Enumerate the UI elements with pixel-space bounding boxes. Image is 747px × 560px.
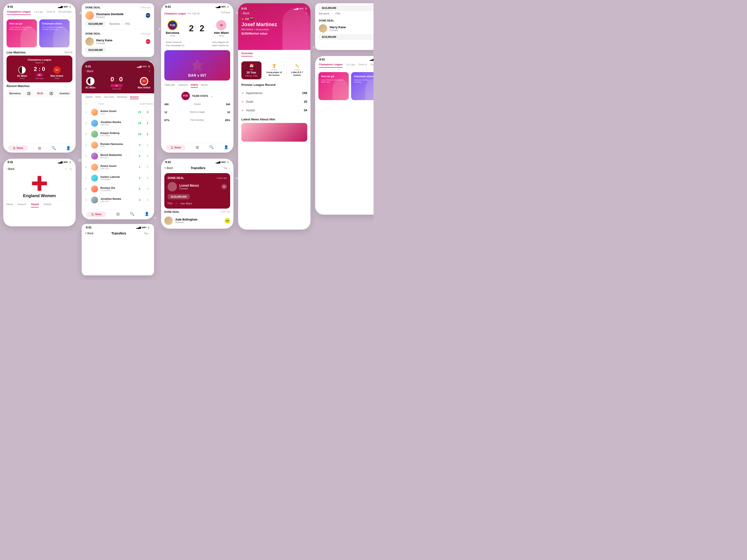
scorer-row-4[interactable]: 4 Romain Hamouma PSG 3 0 xyxy=(82,140,154,151)
live-away-name: Man United xyxy=(45,75,69,77)
col-player: Player xyxy=(96,103,139,105)
nav-home-3[interactable]: 🏠 Home xyxy=(86,212,106,217)
nav-search[interactable]: 🔍 xyxy=(51,146,56,150)
nav-home[interactable]: 🏠 Home xyxy=(8,145,28,151)
tab-la-liga-10[interactable]: La Liga xyxy=(346,63,355,68)
tab-cl-10[interactable]: Champions League xyxy=(319,63,342,68)
deal-messi-header: DONE DEAL 2 days ago xyxy=(168,177,227,180)
news-cards-1: Here we go! Lionel Messi to join MLS in … xyxy=(3,17,76,50)
nav-search-4[interactable]: 🔍 xyxy=(209,145,214,150)
news-card-griezmann[interactable]: Griezmann shines with unmatched brillian… xyxy=(39,19,70,47)
deal-messi-main: DONE DEAL 2 days ago Lionel Messi Forwar… xyxy=(164,173,230,209)
ew-tab-squad[interactable]: Squad xyxy=(31,203,39,208)
pp-back-btn[interactable]: ‹ Back xyxy=(241,12,249,15)
scorer-info-2: Jonathan Bamba Lille OSC xyxy=(100,121,134,126)
tab-news[interactable]: News xyxy=(96,96,101,99)
scorers-share-icon[interactable]: ↑ xyxy=(149,69,150,73)
deal-kane-transfer: $115,000,000 xyxy=(85,48,150,53)
transfer-back-7[interactable]: < Back xyxy=(164,166,173,170)
home-nav-btn[interactable]: 🏠 Home xyxy=(8,145,28,151)
stat-passes-labels: 490 Passes 540 xyxy=(164,103,230,106)
ew-back-btn[interactable]: ‹ Back xyxy=(6,167,15,170)
news-body-griezmann-10: brilliance, scoring a stunning... xyxy=(354,79,374,83)
nav-grid[interactable]: ▦ xyxy=(38,146,41,150)
pp-record-assists-val: 54 xyxy=(304,108,307,112)
screen9-player-row: Harry Kane Forward BAY xyxy=(319,24,374,33)
tab-la-liga-1[interactable]: La Liga xyxy=(34,10,43,15)
ew-tabs[interactable]: News Season Squad Details xyxy=(3,201,76,209)
screen9-arrow-icon: → xyxy=(331,12,334,15)
tab-scorers[interactable]: Scorers xyxy=(130,96,139,99)
scorer-num-7: 7 xyxy=(85,177,89,180)
home-nav-btn-3[interactable]: 🏠 Home xyxy=(86,212,106,217)
stat-passes-left: 490 xyxy=(164,103,169,106)
scorer-row-1[interactable]: 1 Amine Gouiri Lyon 23 3 xyxy=(82,107,154,118)
league-tabs-10[interactable]: Champions League La Liga Serie A Bundesl… xyxy=(315,62,374,70)
recent-row-1[interactable]: Barcelona ⚽ 09:20 ⚽ Juventus xyxy=(6,89,72,97)
ew-tab-details[interactable]: Details xyxy=(44,203,51,208)
grid-icon: ▦ xyxy=(38,146,41,150)
nav-grid-4[interactable]: ▦ xyxy=(196,145,199,150)
scorer-row-3[interactable]: 3 Kasper Dolberg OGC Nice 16 1 xyxy=(82,129,154,140)
tab-fanzone[interactable]: Fan Zone xyxy=(104,96,114,99)
scorer-goals-6: 1 xyxy=(137,165,143,169)
news-card-messi[interactable]: Here we go! Lionel Messi to join MLS in … xyxy=(6,19,37,47)
league-tabs-1[interactable]: Champions League La Liga Serie A Bundesl… xyxy=(3,9,76,17)
ew-tab-news[interactable]: News xyxy=(6,203,13,208)
scorer-row-9[interactable]: 9 Jonathan Bamba Lille OSC 3 0 xyxy=(82,195,154,206)
home-nav-btn-4[interactable]: 🏠 Home xyxy=(166,145,186,150)
deal-dembele-time: 2 days ago xyxy=(140,6,150,9)
tab-stats[interactable]: STATS xyxy=(191,84,198,88)
live-league-name: Champions League xyxy=(10,58,69,61)
pp-news-image[interactable] xyxy=(241,123,307,142)
pp-tab-overview[interactable]: Overview xyxy=(241,52,253,56)
news-title-messi-10: Here we go! xyxy=(321,75,346,78)
tab-serie-a-1[interactable]: Serie A xyxy=(47,10,55,15)
nav-grid-3[interactable]: ▦ xyxy=(116,212,120,217)
transfer-filter-7[interactable]: Top ⌄ xyxy=(223,167,230,170)
nav-profile-3[interactable]: 👤 xyxy=(145,212,149,217)
news-card-messi-10[interactable]: Here we go! Lionel Messi to join MLS in … xyxy=(318,72,349,100)
scorer-row-5[interactable]: 5 Benoit Badiashile Monaco 4 0 xyxy=(82,151,154,162)
tab-serie-a-10[interactable]: Serie A xyxy=(359,63,367,68)
pp-tabs[interactable]: Overview xyxy=(238,50,310,59)
tab-champions-league-1[interactable]: Champions League xyxy=(7,10,31,15)
tab-details[interactable]: Details xyxy=(85,96,93,99)
tab-news-4[interactable]: NEWS xyxy=(201,84,208,88)
time-8: 9:41 xyxy=(241,7,247,10)
scorer-row-7[interactable]: 7 Gaeten Laborde Montpellier 2 0 xyxy=(82,173,154,184)
home-screen-10: 9:41 ▂▄▆ WiFi 🔋 Champions League La Liga… xyxy=(315,56,374,215)
scorer-pens-2: 1 xyxy=(145,122,150,125)
ew-share-icon[interactable]: ↑ xyxy=(65,167,67,171)
scorer-pens-8: 0 xyxy=(145,187,150,191)
news-card-griezmann-10[interactable]: Griezmann shines brilliance, scoring a s… xyxy=(351,72,374,100)
transfer-filter-6[interactable]: Top ⌄ xyxy=(144,232,151,235)
scorer-row-6[interactable]: 6 Amine Gouiri Lille OSC 1 0 xyxy=(82,162,154,173)
team-stats-toggle[interactable]: ⌄ xyxy=(210,94,213,98)
scorer-avatar-9 xyxy=(91,196,98,204)
view-all-link[interactable]: View all xyxy=(65,51,72,54)
transfer-back-6[interactable]: < Back xyxy=(85,232,94,235)
nav-profile-4[interactable]: 👤 xyxy=(224,145,229,150)
scorer-row-2[interactable]: 2 Jonathan Bamba Lille OSC 18 1 xyxy=(82,118,154,129)
ew-star-icon[interactable]: ☆ xyxy=(69,167,72,171)
transfer-title-7: Transfers xyxy=(191,166,205,170)
tab-liga-1[interactable]: Liga xyxy=(75,10,76,15)
nav-profile[interactable]: 👤 xyxy=(66,146,71,150)
tab-bundesliga-10[interactable]: Bundesliga xyxy=(370,63,374,68)
scorer-row-8[interactable]: 8 Boulaye Dia Montpellier 5 0 xyxy=(82,184,154,195)
scorers-tabs[interactable]: Details News Fan Zone Standings Scorers xyxy=(82,93,154,102)
tab-lineups[interactable]: LINEUPS xyxy=(178,84,188,88)
tab-bundesliga-1[interactable]: Bundesliga xyxy=(59,10,71,15)
scorer-num-3: 3 xyxy=(85,133,89,136)
tab-standings[interactable]: Standings xyxy=(117,96,127,99)
ms-away-type: Away xyxy=(214,34,229,37)
tab-timeline[interactable]: TIMELINE xyxy=(164,84,175,88)
scorer-info-9: Jonathan Bamba Lille OSC xyxy=(100,197,134,203)
live-match-card[interactable]: Champions League Week 10 AC Milan Home 2… xyxy=(6,56,72,82)
nav-search-3[interactable]: 🔍 xyxy=(130,212,134,217)
scorers-back-btn[interactable]: ‹ Back xyxy=(85,70,93,73)
nav-home-4[interactable]: 🏠 Home xyxy=(166,145,186,150)
match-tabs-4[interactable]: TIMELINE LINEUPS STATS NEWS xyxy=(161,82,233,89)
ew-tab-season[interactable]: Season xyxy=(18,203,26,208)
